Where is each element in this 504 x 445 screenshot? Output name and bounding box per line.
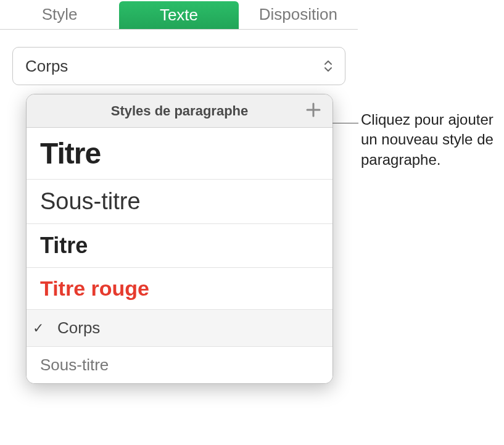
popover-title: Styles de paragraphe (111, 103, 249, 119)
style-list: Titre Sous-titre Titre Titre rouge ✓ Cor… (27, 128, 333, 383)
tab-bar: Style Texte Disposition (0, 0, 358, 30)
style-item-titre-rouge[interactable]: Titre rouge (27, 268, 333, 310)
style-label: Titre (40, 233, 88, 259)
dropdown-value: Corps (25, 57, 68, 76)
add-style-button[interactable] (305, 102, 321, 120)
style-label: Corps (40, 318, 100, 338)
style-item-titre-2[interactable]: Titre (27, 224, 333, 268)
chevron-updown-icon (324, 60, 333, 72)
paragraph-style-dropdown[interactable]: Corps (12, 47, 345, 85)
paragraph-styles-popover: Styles de paragraphe Titre Sous-titre Ti… (26, 94, 333, 384)
style-label: Sous-titre (40, 188, 141, 215)
callout-text: Cliquez pour ajouter un nouveau style de… (361, 110, 497, 170)
style-label: Sous-titre (40, 356, 109, 375)
style-label: Titre rouge (40, 277, 149, 301)
tab-style[interactable]: Style (0, 0, 119, 29)
style-item-sous-titre-2[interactable]: Sous-titre (27, 347, 333, 383)
style-item-corps[interactable]: ✓ Corps (27, 310, 333, 347)
plus-icon (305, 102, 321, 118)
inspector-panel: Style Texte Disposition Corps Styles de … (0, 0, 358, 85)
tab-disposition[interactable]: Disposition (239, 0, 358, 29)
style-label: Titre (40, 136, 101, 170)
style-item-titre[interactable]: Titre (27, 128, 333, 180)
checkmark-icon: ✓ (33, 320, 44, 336)
tab-texte[interactable]: Texte (119, 1, 238, 29)
style-item-sous-titre[interactable]: Sous-titre (27, 180, 333, 224)
popover-header: Styles de paragraphe (27, 94, 333, 128)
